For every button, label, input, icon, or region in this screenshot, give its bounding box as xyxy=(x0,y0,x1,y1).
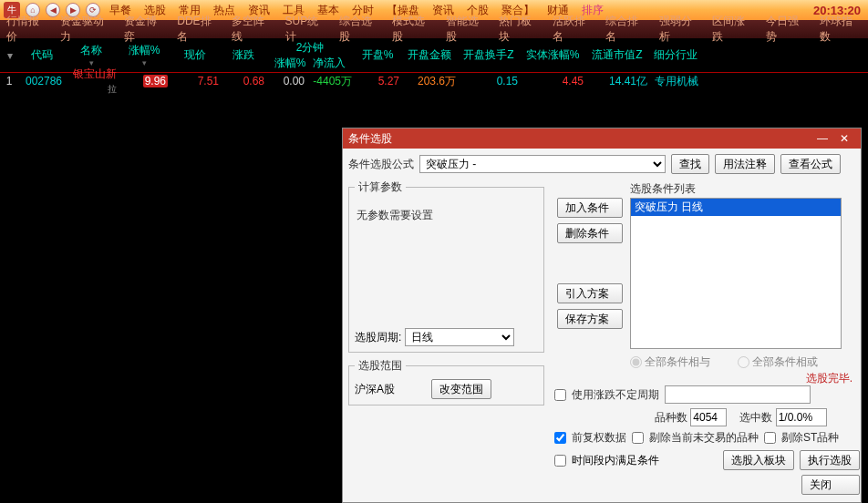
st-checkbox[interactable] xyxy=(764,432,776,444)
cell-open-turn: 0.15 xyxy=(463,75,525,87)
cell-name: 银宝山新拉 xyxy=(69,67,124,96)
period-input[interactable] xyxy=(665,385,811,404)
condition-stock-dialog: 条件选股 — ✕ 条件选股公式 突破压力 - 查找 用法注释 查看公式 计算参数… xyxy=(342,128,862,503)
fq-label: 前复权数据 xyxy=(572,430,626,446)
params-legend: 计算参数 xyxy=(355,180,406,195)
th-pct[interactable]: 涨幅%▾ xyxy=(119,38,170,72)
cell-open-pct: 5.27 xyxy=(359,75,407,87)
cell-body-pct: 4.45 xyxy=(525,75,591,87)
to-block-button[interactable]: 选股入板块 xyxy=(723,450,794,470)
th-chg[interactable]: 涨跌 xyxy=(221,38,266,72)
cell-float-cap: 14.41亿 xyxy=(591,74,655,89)
cell-code: 002786 xyxy=(26,75,69,87)
cell-industry: 专用机械 xyxy=(655,74,708,89)
close-button[interactable]: 关闭 xyxy=(801,475,860,495)
range-legend: 选股范围 xyxy=(355,358,406,374)
selection-done-msg: 选股完毕. xyxy=(806,371,852,386)
formula-select[interactable]: 突破压力 - xyxy=(419,155,666,173)
cycle-select[interactable]: 日线 xyxy=(405,328,514,346)
params-text: 无参数需要设置 xyxy=(355,200,538,231)
radio-or[interactable]: 全部条件相或 xyxy=(738,354,818,370)
th-code[interactable]: 代码 xyxy=(20,38,64,72)
table-row[interactable]: 1 002786 银宝山新拉 9.96 7.51 0.68 0.00 -4405… xyxy=(0,73,868,89)
th-float-cap[interactable]: 流通市值Z xyxy=(585,38,649,72)
count-val1 xyxy=(690,408,727,426)
period-label: 使用涨跌不定周期 xyxy=(572,387,659,403)
close-icon[interactable]: ✕ xyxy=(833,132,855,145)
minimize-icon[interactable]: — xyxy=(811,132,833,145)
range-fieldset: 选股范围 沪深A股 改变范围 xyxy=(348,358,544,405)
submenu-item[interactable]: 环球指数 xyxy=(815,14,867,45)
formula-label: 条件选股公式 xyxy=(348,157,414,172)
cell-2min-pct: 0.00 xyxy=(272,75,312,87)
th-open-turn[interactable]: 开盘换手Z xyxy=(458,38,520,72)
cell-price: 7.51 xyxy=(175,75,226,87)
cell-idx: 1 xyxy=(0,75,26,87)
th-open-pct[interactable]: 开盘% xyxy=(354,38,401,72)
submenu-bar: 行情报价 资金驱动力 资金博弈 DDE排名 多空阵线 SUP统计 综合选股 模式… xyxy=(0,20,868,38)
cell-pct: 9.96 xyxy=(124,75,175,87)
import-scheme-button[interactable]: 引入方案 xyxy=(557,283,623,303)
cell-chg: 0.68 xyxy=(226,75,272,87)
cull-label: 剔除当前未交易的品种 xyxy=(649,430,759,446)
conditions-list-label: 选股条件列表 xyxy=(630,181,858,197)
range-value: 沪深A股 xyxy=(355,382,395,397)
change-range-button[interactable]: 改变范围 xyxy=(431,379,491,399)
th-industry[interactable]: 细分行业 xyxy=(649,38,702,72)
cell-open-amt: 203.6万 xyxy=(407,74,463,89)
radio-and[interactable]: 全部条件相与 xyxy=(630,354,710,370)
submenu-item[interactable]: 今日强势 xyxy=(761,14,813,45)
dialog-title: 条件选股 xyxy=(348,131,392,147)
find-button[interactable]: 查找 xyxy=(671,154,709,174)
usage-button[interactable]: 用法注释 xyxy=(715,154,775,174)
save-scheme-button[interactable]: 保存方案 xyxy=(557,309,623,329)
period-checkbox[interactable] xyxy=(554,389,566,401)
th-body-pct[interactable]: 实体涨幅% xyxy=(520,38,585,72)
submenu-item[interactable]: 区间涨跌 xyxy=(708,14,760,45)
expand-icon[interactable]: ▾ xyxy=(0,49,20,62)
cell-2min-net: -4405万 xyxy=(312,74,359,89)
fq-checkbox[interactable] xyxy=(554,432,566,444)
cull-checkbox[interactable] xyxy=(632,432,644,444)
th-price[interactable]: 现价 xyxy=(170,38,221,72)
timeslot-label: 时间段内满足条件 xyxy=(572,453,659,468)
count-label2: 选中数 xyxy=(739,411,772,424)
timeslot-checkbox[interactable] xyxy=(554,455,566,467)
add-condition-button[interactable]: 加入条件 xyxy=(557,198,623,218)
cycle-label: 选股周期: xyxy=(355,330,401,345)
dialog-titlebar[interactable]: 条件选股 — ✕ xyxy=(343,128,861,149)
th-open-amt[interactable]: 开盘金额 xyxy=(401,38,458,72)
count-label1: 品种数 xyxy=(655,411,687,424)
delete-condition-button[interactable]: 删除条件 xyxy=(557,223,623,243)
conditions-listbox[interactable]: 突破压力 日线 xyxy=(630,198,842,349)
list-item[interactable]: 突破压力 日线 xyxy=(631,199,841,216)
th-2min[interactable]: 2分钟 涨幅%净流入 xyxy=(266,38,354,72)
st-label: 剔除ST品种 xyxy=(781,430,839,446)
view-formula-button[interactable]: 查看公式 xyxy=(780,154,841,174)
params-fieldset: 计算参数 无参数需要设置 选股周期: 日线 xyxy=(348,180,544,353)
count-val2 xyxy=(776,408,827,426)
execute-button[interactable]: 执行选股 xyxy=(800,450,860,470)
